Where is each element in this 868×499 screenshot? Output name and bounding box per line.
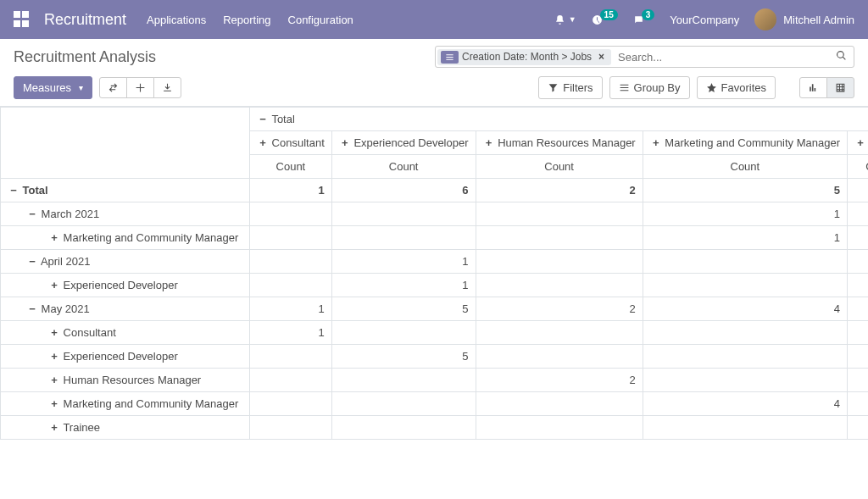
control-panel: Recruitment Analysis Creation Date: Mont… [0,39,868,107]
pivot-cell: 1 [643,202,847,226]
pivot-cell [847,369,868,392]
row-header[interactable]: + Marketing and Community Manager [1,226,250,250]
collapse-icon[interactable]: − [26,208,38,220]
pivot-cell: 1 [331,250,476,274]
search-input[interactable] [613,47,829,67]
row-header[interactable]: + Experienced Developer [1,345,250,369]
row-header[interactable]: + Trainee [1,416,250,440]
col-header[interactable]: + Trainee [847,131,868,155]
expand-icon[interactable]: + [854,136,866,149]
pivot-cell [847,179,868,202]
collapse-icon[interactable]: − [257,113,269,125]
pivot-cell [476,345,643,369]
col-header[interactable]: + Consultant [250,131,332,155]
expand-all-button[interactable] [126,77,154,98]
col-header[interactable]: + Human Resources Manager [476,131,643,155]
pivot-cell [476,274,643,297]
measures-button[interactable]: Measures [14,76,92,99]
col-total-header[interactable]: − Total [250,108,869,131]
row-header[interactable]: + Human Resources Manager [1,369,250,392]
pivot-cell [847,392,868,416]
search-facet: Creation Date: Month > Jobs × [437,49,611,65]
nav-reporting[interactable]: Reporting [223,14,270,26]
pivot-cell: 1 [643,226,847,250]
expand-icon[interactable]: + [339,136,351,149]
expand-icon[interactable]: + [257,136,269,149]
nav-configuration[interactable]: Configuration [288,14,353,26]
expand-icon[interactable]: + [48,350,60,363]
col-header[interactable]: + Marketing and Community Manager [643,131,847,155]
pivot-cell [847,226,868,250]
count-header: Count [643,155,847,179]
avatar [754,8,776,30]
collapse-icon[interactable]: − [26,302,38,315]
pivot-cell [847,202,868,226]
graph-view-button[interactable] [799,77,827,98]
pivot-cell: 1 [331,274,476,297]
filters-button[interactable]: Filters [538,76,602,99]
pivot-cell [847,297,868,321]
pivot-cell [331,416,476,440]
pivot-cell [476,392,643,416]
favorites-button[interactable]: Favorites [697,76,776,99]
expand-icon[interactable]: + [48,231,60,244]
row-header[interactable]: − March 2021 [1,202,250,226]
row-header[interactable]: − May 2021 [1,297,250,321]
row-header[interactable]: + Experienced Developer [1,274,250,297]
expand-icon[interactable]: + [483,136,495,149]
row-header[interactable]: + Marketing and Community Manager [1,392,250,416]
pivot-cell: 2 [476,297,643,321]
pivot-cell [643,250,847,274]
flip-axis-button[interactable] [99,77,127,98]
pivot-cell [847,345,868,369]
pivot-cell: 5 [331,345,476,369]
activity-icon[interactable]: 15 [592,14,618,25]
expand-icon[interactable]: + [48,326,60,339]
collapse-icon[interactable]: − [26,255,38,268]
pivot-cell [250,250,332,274]
user-name: Mitchell Admin [783,14,854,26]
company-switcher[interactable]: YourCompany [670,14,739,26]
pivot-view-button[interactable] [826,77,854,98]
pivot-cell: 5 [331,297,476,321]
chat-icon[interactable]: 3 [633,14,655,25]
nav-applications[interactable]: Applications [147,14,206,26]
pivot-cell: 1 [250,297,332,321]
pivot-cell: 4 [643,392,847,416]
app-title[interactable]: Recruitment [44,11,126,29]
pivot-cell [250,274,332,297]
search-icon[interactable] [829,47,854,67]
download-button[interactable] [153,77,181,98]
pivot-cell [250,369,332,392]
count-header: Count [250,155,332,179]
pivot-cell [847,321,868,345]
expand-icon[interactable]: + [48,374,60,386]
collapse-icon[interactable]: − [8,184,19,197]
groupby-button[interactable]: Group By [609,76,690,99]
pivot-cell: 2 [476,179,643,202]
expand-icon[interactable]: + [650,136,662,149]
facet-remove-icon[interactable]: × [595,51,608,63]
navbar: Recruitment Applications Reporting Confi… [0,0,868,39]
page-title: Recruitment Analysis [14,48,156,66]
pivot-cell [476,250,643,274]
company-name: YourCompany [670,14,739,26]
count-header: Count [331,155,476,179]
pivot-cell [331,321,476,345]
row-header[interactable]: + Consultant [1,321,250,345]
count-header: Count [847,155,868,179]
col-header[interactable]: + Experienced Developer [331,131,476,155]
row-header[interactable]: − Total [1,179,250,202]
search-box[interactable]: Creation Date: Month > Jobs × [435,46,854,68]
expand-icon[interactable]: + [48,279,60,291]
pivot-cell [250,392,332,416]
notifications-icon[interactable]: ▼ [554,14,576,25]
expand-icon[interactable]: + [48,421,60,434]
pivot-cell [250,226,332,250]
expand-icon[interactable]: + [48,397,60,410]
apps-menu-icon[interactable] [14,11,31,28]
pivot-cell [847,250,868,274]
user-menu[interactable]: Mitchell Admin [754,8,854,30]
pivot-cell [476,416,643,440]
row-header[interactable]: − April 2021 [1,250,250,274]
